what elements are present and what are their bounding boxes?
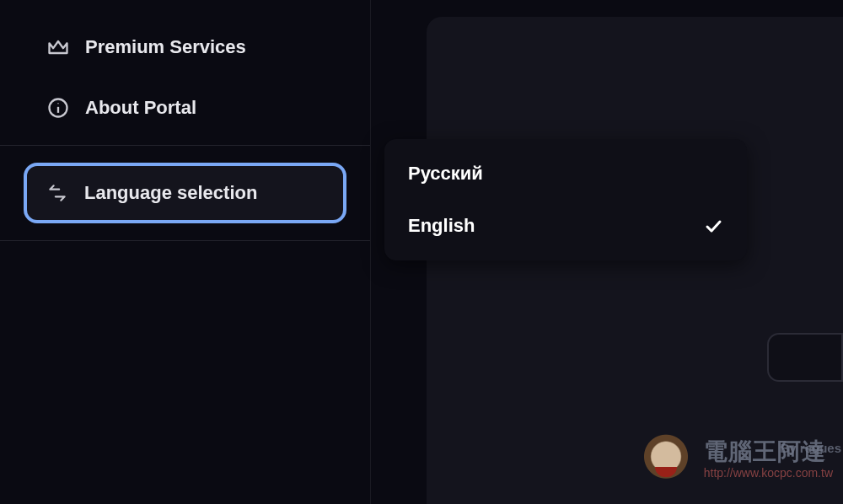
- language-option-label: English: [408, 215, 475, 237]
- sidebar: Premium Services About Portal Language s…: [0, 0, 371, 504]
- crown-icon: [46, 35, 70, 59]
- sidebar-item-label: About Portal: [85, 97, 196, 119]
- watermark-avatar: [638, 432, 694, 487]
- divider: [0, 240, 370, 241]
- language-option-english[interactable]: English: [384, 200, 747, 252]
- sidebar-item-label: Premium Services: [85, 36, 246, 58]
- language-option-russian[interactable]: Русский: [384, 147, 747, 200]
- sidebar-item-language[interactable]: Language selection: [24, 163, 346, 223]
- main-panel: Русский English By reques 電腦王阿達 http://w…: [371, 0, 843, 504]
- watermark-url: http://www.kocpc.com.tw: [704, 467, 833, 480]
- sidebar-item-about[interactable]: About Portal: [0, 78, 370, 138]
- watermark-title: 電腦王阿達: [704, 439, 833, 465]
- svg-point-2: [57, 103, 58, 104]
- partial-button[interactable]: [767, 333, 843, 382]
- info-icon: [46, 96, 70, 120]
- divider: [0, 145, 370, 146]
- check-icon: [703, 216, 723, 236]
- watermark: 電腦王阿達 http://www.kocpc.com.tw: [638, 432, 833, 487]
- watermark-text: 電腦王阿達 http://www.kocpc.com.tw: [704, 439, 833, 480]
- language-option-label: Русский: [408, 163, 483, 185]
- sidebar-item-premium[interactable]: Premium Services: [0, 17, 370, 78]
- language-menu: Русский English: [384, 139, 747, 260]
- swap-icon: [46, 181, 69, 205]
- sidebar-item-label: Language selection: [84, 182, 257, 204]
